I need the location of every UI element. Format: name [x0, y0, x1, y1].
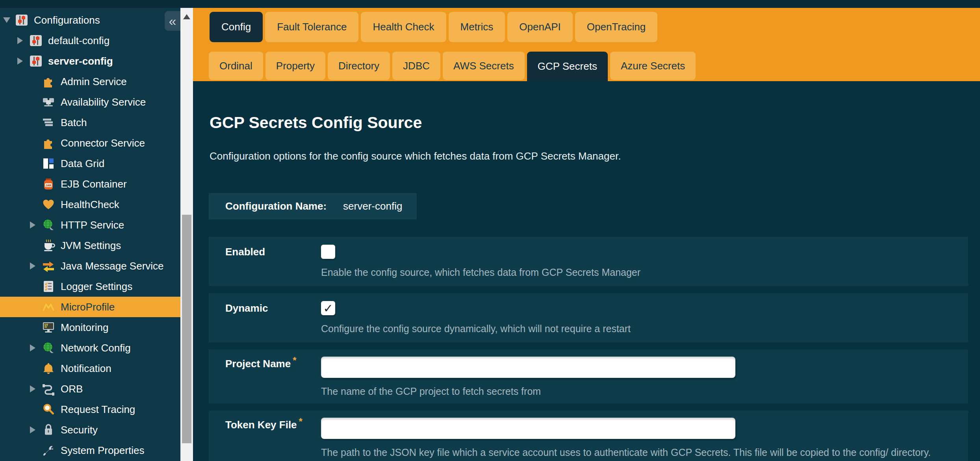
collapsed-arrow-icon[interactable]	[17, 37, 29, 44]
monitor-icon	[42, 321, 55, 334]
sidebar-item-data-grid[interactable]: Data Grid	[0, 153, 180, 174]
required-asterisk: *	[293, 355, 296, 366]
bell-icon	[42, 362, 55, 375]
collapsed-arrow-icon[interactable]	[17, 58, 29, 65]
required-asterisk: *	[299, 416, 303, 427]
page-description: Configuration options for the config sou…	[210, 150, 980, 162]
tab-header-band: Config Fault Tolerance Health Check Metr…	[193, 8, 980, 81]
configurations-tree-sidebar: Configurations default-config server-con…	[0, 8, 180, 461]
collapsed-arrow-icon[interactable]	[30, 262, 42, 270]
field-row-project-name: Project Name* The name of the GCP projec…	[209, 349, 968, 403]
tab-ordinal[interactable]: Ordinal	[209, 52, 263, 80]
primary-tab-row: Config Fault Tolerance Health Check Metr…	[210, 12, 657, 42]
field-row-token-key-file: Token Key File* The path to the JSON key…	[209, 411, 968, 461]
project-name-label: Project Name*	[225, 357, 321, 397]
page-title: GCP Secrets Config Source	[210, 113, 980, 132]
puzzle-icon	[42, 136, 55, 150]
sidebar-item-label: HTTP Service	[61, 220, 124, 230]
sidebar-item-healthcheck[interactable]: HealthCheck	[0, 194, 180, 215]
tab-config[interactable]: Config	[210, 12, 263, 42]
sidebar-item-jvm-settings[interactable]: JVM Settings	[0, 235, 180, 256]
sidebar-item-label: System Properties	[61, 445, 144, 455]
wrench-icon	[42, 444, 55, 457]
sidebar-item-label: Logger Settings	[61, 281, 132, 292]
heart-icon	[42, 198, 55, 211]
sidebar-item-java-message-service[interactable]: Java Message Service	[0, 256, 180, 276]
sidebar-scrollbar[interactable]	[180, 8, 193, 461]
sidebar-item-batch[interactable]: Batch	[0, 112, 180, 133]
sidebar-item-label: Data Grid	[61, 158, 104, 169]
tab-property[interactable]: Property	[265, 52, 325, 80]
sidebar-item-default-config[interactable]: default-config	[0, 30, 180, 51]
checkmark-icon: ✓	[323, 301, 333, 315]
puzzle-icon	[42, 75, 55, 88]
main-panel: Config Fault Tolerance Health Check Metr…	[193, 8, 980, 461]
sidebar-collapse-button[interactable]: «	[165, 11, 180, 31]
configuration-name-label: Configuration Name:	[225, 200, 327, 212]
magnifier-icon	[42, 403, 55, 416]
tab-jdbc[interactable]: JDBC	[392, 52, 440, 80]
sidebar-item-label: Security	[61, 425, 98, 435]
enabled-checkbox[interactable]	[321, 245, 335, 259]
collapsed-arrow-icon[interactable]	[30, 221, 42, 229]
sidebar-item-label: Batch	[61, 117, 87, 128]
data-grid-icon	[42, 157, 55, 170]
collapsed-arrow-icon[interactable]	[30, 385, 42, 392]
tab-opentracing[interactable]: OpenTracing	[575, 12, 657, 42]
sidebar-item-label: Configurations	[34, 15, 100, 25]
scroll-up-arrow-icon[interactable]	[183, 14, 190, 19]
sidebar-item-microprofile[interactable]: MicroProfile	[0, 297, 180, 317]
sidebar-item-network-config[interactable]: Network Config	[0, 338, 180, 358]
tab-aws-secrets[interactable]: AWS Secrets	[443, 52, 525, 80]
tab-metrics[interactable]: Metrics	[449, 12, 505, 42]
tab-health-check[interactable]: Health Check	[361, 12, 446, 42]
sidebar-item-orb[interactable]: ORB	[0, 379, 180, 399]
sidebar-item-label: Connector Service	[61, 138, 145, 148]
form-rows: Enabled Enable the config source, which …	[209, 237, 968, 461]
token-key-file-input[interactable]	[321, 418, 735, 439]
configuration-name-panel: Configuration Name: server-config	[209, 193, 417, 219]
collapsed-arrow-icon[interactable]	[30, 426, 42, 433]
sidebar-item-monitoring[interactable]: Monitoring	[0, 317, 180, 338]
secondary-tab-row: Ordinal Property Directory JDBC AWS Secr…	[209, 52, 696, 81]
tab-fault-tolerance[interactable]: Fault Tolerance	[265, 12, 358, 42]
project-name-input[interactable]	[321, 357, 735, 378]
tab-directory[interactable]: Directory	[328, 52, 390, 80]
sidebar-item-system-properties[interactable]: System Properties	[0, 440, 180, 461]
config-sliders-icon	[29, 34, 43, 47]
config-sliders-icon	[29, 54, 43, 68]
sidebar-item-label: Monitoring	[61, 322, 108, 333]
sidebar-item-ejb-container[interactable]: JAR EJB Container	[0, 174, 180, 194]
globe-icon	[42, 341, 55, 355]
dynamic-help-text: Configure the config source dynamically,…	[321, 323, 968, 335]
jar-icon: JAR	[42, 177, 55, 191]
sidebar-item-connector-service[interactable]: Connector Service	[0, 133, 180, 153]
sidebar-item-configurations[interactable]: Configurations	[0, 10, 180, 30]
scrollbar-thumb[interactable]	[182, 215, 191, 443]
sidebar-item-server-config[interactable]: server-config	[0, 51, 180, 71]
svg-text:JAR: JAR	[45, 184, 52, 187]
cluster-icon	[42, 95, 55, 109]
sidebar-item-admin-service[interactable]: Admin Service	[0, 71, 180, 92]
sidebar-item-label: server-config	[48, 56, 113, 66]
expanded-arrow-icon[interactable]	[3, 17, 15, 23]
tab-openapi[interactable]: OpenAPI	[507, 12, 573, 42]
sidebar-item-label: Notification	[61, 363, 111, 374]
gcp-secrets-content: GCP Secrets Config Source Configuration …	[193, 81, 980, 461]
sidebar-item-http-service[interactable]: HTTP Service	[0, 215, 180, 235]
checklist-icon	[42, 280, 55, 293]
sidebar-item-label: Request Tracing	[61, 404, 135, 415]
sidebar-item-availability-service[interactable]: Availability Service	[0, 92, 180, 112]
lock-icon	[42, 423, 55, 437]
dynamic-checkbox[interactable]: ✓	[321, 301, 335, 315]
tab-gcp-secrets[interactable]: GCP Secrets	[527, 52, 608, 81]
sidebar-item-security[interactable]: Security	[0, 420, 180, 440]
sidebar-item-notification[interactable]: Notification	[0, 358, 180, 379]
collapsed-arrow-icon[interactable]	[30, 344, 42, 351]
sidebar-item-request-tracing[interactable]: Request Tracing	[0, 399, 180, 420]
config-sliders-icon	[15, 13, 28, 27]
sidebar-item-label: Java Message Service	[61, 261, 164, 271]
sidebar-item-label: ORB	[61, 384, 83, 394]
sidebar-item-logger-settings[interactable]: Logger Settings	[0, 276, 180, 297]
tab-azure-secrets[interactable]: Azure Secrets	[610, 52, 696, 80]
